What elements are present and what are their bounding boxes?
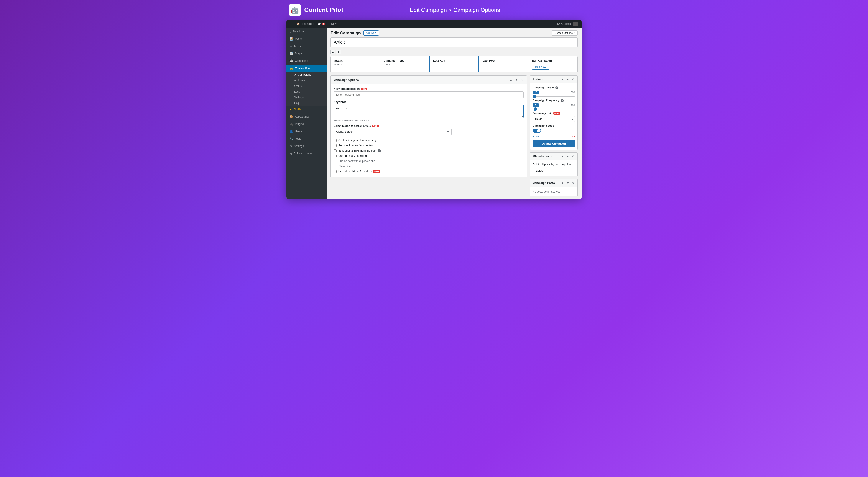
misc-delete-text: Delete all posts by this campaign xyxy=(533,163,575,166)
campaign-title-input[interactable] xyxy=(331,37,578,47)
comments-sidebar-icon: 💬 xyxy=(289,59,293,63)
pro-badge-region: PRO xyxy=(372,125,379,127)
wp-logo-item[interactable]: ⊞ xyxy=(289,22,295,26)
add-new-button[interactable]: Add New xyxy=(364,30,379,36)
checkbox-use-summary-input[interactable] xyxy=(334,155,337,158)
sidebar-subitem-add-new[interactable]: Add New xyxy=(286,78,327,83)
wp-main-layout: ⌂ Dashboard 📝 Posts 🖼 Media 📄 Pages 💬 xyxy=(286,28,582,199)
sidebar-subitem-help[interactable]: Help xyxy=(286,100,327,106)
campaign-options-header: Campaign Options ▲ ▼ ✕ xyxy=(331,76,527,84)
row-duplicate-title: Enable post with duplicate title xyxy=(334,159,524,164)
checkbox-original-date-input[interactable] xyxy=(334,170,337,173)
media-icon: 🖼 xyxy=(289,44,292,48)
sidebar-item-comments[interactable]: 💬 Comments xyxy=(286,57,327,65)
box-collapse-down[interactable]: ▼ xyxy=(514,78,519,82)
misc-panel-header: Miscellaneous ▲ ▼ ✕ xyxy=(530,152,578,161)
sidebar-label-users: Users xyxy=(295,130,302,133)
sidebar-subitem-status[interactable]: Status xyxy=(286,83,327,89)
sidebar-label-collapse: Collapse menu xyxy=(293,152,312,155)
posts-close[interactable]: ✕ xyxy=(571,181,575,185)
sidebar-item-appearance[interactable]: 🎨 Appearance xyxy=(286,113,327,120)
region-label: Select region to search article PRO xyxy=(334,125,524,128)
collapse-icon: ◀ xyxy=(289,152,292,155)
checkbox-featured-image-input[interactable] xyxy=(334,139,337,142)
pro-badge-freq-unit: PRO xyxy=(553,112,560,115)
actions-close[interactable]: ✕ xyxy=(571,77,575,81)
sidebar-subitem-logs[interactable]: Logs xyxy=(286,89,327,95)
campaign-status-toggle[interactable] xyxy=(533,129,541,133)
target-slider-thumb[interactable] xyxy=(533,95,536,98)
misc-collapse-up[interactable]: ▲ xyxy=(560,155,565,159)
sidebar-item-plugins[interactable]: 🔌 Plugins xyxy=(286,120,327,128)
actions-panel-controls: ▲ ▼ ✕ xyxy=(560,77,575,81)
checkbox-strip-links-input[interactable] xyxy=(334,149,337,152)
freq-unit-label: Frequency Unit PRO xyxy=(533,112,575,115)
trash-link[interactable]: Trash xyxy=(568,135,575,138)
campaign-posts-body: No posts generated yet xyxy=(530,187,578,196)
freq-max-label: 100 xyxy=(571,104,575,106)
sidebar-label-content-pilot: Content Pilot xyxy=(295,67,311,70)
update-campaign-button[interactable]: Update Campaign xyxy=(533,140,575,147)
sidebar-item-pages[interactable]: 📄 Pages xyxy=(286,50,327,57)
stat-label-last-run: Last Run xyxy=(433,59,475,62)
region-select[interactable]: Global Search xyxy=(334,129,452,135)
run-now-button[interactable]: Run Now xyxy=(532,64,549,70)
posts-collapse-down[interactable]: ▼ xyxy=(565,181,570,185)
stat-card-last-run: Last Run — xyxy=(430,56,479,72)
sidebar-item-content-pilot[interactable]: 🔒 Content Pilot xyxy=(286,65,327,72)
actions-collapse-up[interactable]: ▲ xyxy=(560,77,565,81)
sidebar-subitem-all-campaigns[interactable]: All Campaigns xyxy=(286,72,327,78)
actions-collapse-down[interactable]: ▼ xyxy=(565,77,570,81)
stat-card-campaign-type: Campaign Type Article xyxy=(380,56,430,72)
move-down-button[interactable]: ▼ xyxy=(336,49,341,55)
reset-link[interactable]: Reset xyxy=(533,135,539,138)
checkbox-remove-images-input[interactable] xyxy=(334,144,337,147)
howdy-item: Howdy, admin xyxy=(553,22,579,26)
misc-collapse-down[interactable]: ▼ xyxy=(565,155,570,159)
checkbox-strip-links: Strip original links from the post ? xyxy=(334,148,524,153)
sidebar-item-gopro[interactable]: ★ Go Pro xyxy=(286,106,327,113)
freq-unit-select-wrap: Hours Minutes Days ▾ xyxy=(533,116,575,122)
sidebar-item-media[interactable]: 🖼 Media xyxy=(286,42,327,50)
site-name-item[interactable]: 🏠 contentpilot xyxy=(295,22,316,25)
no-posts-text: No posts generated yet xyxy=(533,190,560,193)
comments-item[interactable]: 💬 0 xyxy=(316,22,327,25)
screen-options-button[interactable]: Screen Options ▾ xyxy=(552,30,578,36)
sidebar-item-posts[interactable]: 📝 Posts xyxy=(286,35,327,42)
posts-collapse-up[interactable]: ▲ xyxy=(560,181,565,185)
sidebar-item-dashboard[interactable]: ⌂ Dashboard xyxy=(286,28,327,35)
sidebar-item-tools[interactable]: 🔧 Tools xyxy=(286,135,327,142)
stat-label-campaign-type: Campaign Type xyxy=(384,59,426,62)
sidebar-subitem-settings[interactable]: Settings xyxy=(286,95,327,100)
freq-slider-track[interactable] xyxy=(533,109,575,109)
pro-badge-original-date: PRO xyxy=(373,170,380,173)
sidebar-item-collapse[interactable]: ◀ Collapse menu xyxy=(286,150,327,157)
move-up-button[interactable]: ▲ xyxy=(331,49,335,55)
stats-row: Status Active Campaign Type Article Last… xyxy=(331,56,578,72)
side-column: Actions ▲ ▼ ✕ Campaign Target xyxy=(530,75,578,199)
settings-icon: ⚙ xyxy=(289,144,292,148)
sidebar-item-settings[interactable]: ⚙ Settings xyxy=(286,142,327,150)
checkbox-remove-images: Remove images from content xyxy=(334,143,524,148)
delete-posts-button[interactable]: Delete xyxy=(533,168,547,173)
target-slider-track[interactable] xyxy=(533,96,575,97)
checkbox-use-summary: Use summary as excerpt xyxy=(334,153,524,159)
sidebar-item-users[interactable]: 👤 Users xyxy=(286,128,327,135)
screen-options-label: Screen Options xyxy=(555,31,573,34)
box-collapse-up[interactable]: ▲ xyxy=(509,78,513,82)
stat-value-status: Active xyxy=(334,63,376,66)
freq-unit-select[interactable]: Hours Minutes Days xyxy=(533,116,575,122)
keywords-label: Keywords xyxy=(334,101,524,104)
misc-close[interactable]: ✕ xyxy=(571,155,575,159)
new-item[interactable]: + New xyxy=(327,22,338,25)
freq-slider-thumb[interactable] xyxy=(534,107,537,111)
campaign-target-label: Campaign Target ? xyxy=(533,86,575,89)
keywords-textarea[interactable]: Article xyxy=(334,105,524,118)
target-max-label: 500 xyxy=(571,91,575,94)
checkbox-original-date-label: Use original date if possible xyxy=(338,170,372,173)
keyword-suggestion-input[interactable] xyxy=(334,92,524,98)
campaign-options-box: Campaign Options ▲ ▼ ✕ xyxy=(331,75,527,177)
campaign-options-body: Keyword Suggestion PRO Keywords Article xyxy=(331,84,527,177)
box-close[interactable]: ✕ xyxy=(520,78,524,82)
checkbox-strip-links-label: Strip original links from the post xyxy=(338,149,376,152)
